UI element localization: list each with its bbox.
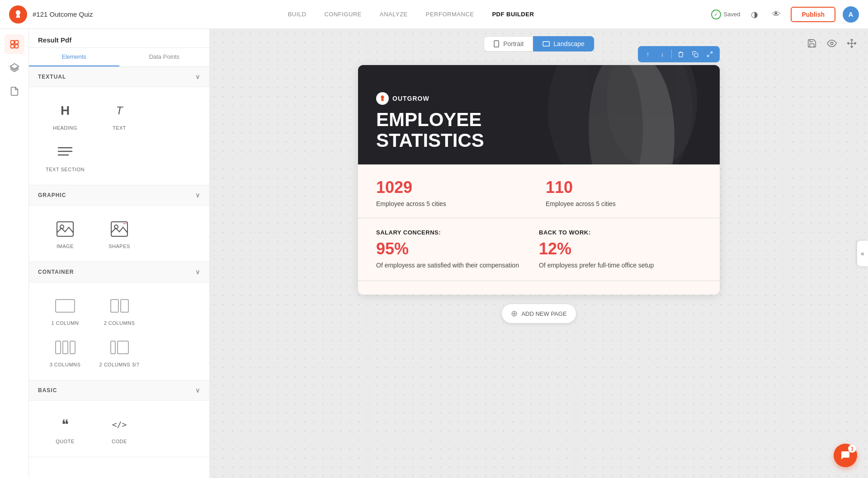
save-icon-btn[interactable] [805, 36, 819, 51]
graphic-chevron-icon: ∨ [195, 192, 200, 199]
code-element[interactable]: </> CODE [92, 408, 146, 450]
section-basic-label: BASIC [38, 387, 57, 394]
move-icon-btn[interactable] [844, 36, 859, 51]
heading-element[interactable]: H HEADING [38, 94, 92, 136]
sidebar-tabs: Elements Data Points [29, 48, 209, 67]
quote-label: QUOTE [56, 439, 75, 444]
text-section-element[interactable]: TEXT SECTION [38, 136, 92, 178]
nav-build[interactable]: BUILD [288, 11, 307, 18]
section-textual[interactable]: TEXTUAL ∨ [29, 67, 209, 87]
graphic-elements: IMAGE SHAPES [29, 206, 209, 262]
stat-col-1: 1029 Employee across 5 cities [376, 178, 546, 218]
element-toolbar: ↑ ↓ [638, 46, 720, 62]
landscape-label: Landscape [553, 40, 585, 47]
text-section-label: TEXT SECTION [46, 167, 85, 172]
svg-rect-1 [14, 41, 18, 44]
tab-data-points[interactable]: Data Points [119, 48, 210, 66]
code-icon: </> [108, 413, 130, 435]
salary-title: SALARY CONCERNS: [376, 229, 539, 236]
nav-configure[interactable]: CONFIGURE [324, 11, 362, 18]
app-title: #121 Outcome Quiz [33, 10, 93, 18]
nav-right: Saved ◑ 👁 Publish A [711, 6, 859, 23]
quote-element[interactable]: ❝ QUOTE [38, 408, 92, 450]
3col-element[interactable]: 3 COLUMNS [38, 331, 92, 373]
basic-chevron-icon: ∨ [195, 387, 200, 394]
svg-point-15 [830, 42, 833, 45]
hero-title-line2: STATISTICS [376, 130, 484, 151]
hero-image: OUTGROW EMPLOYEE STATISTICS [358, 65, 720, 164]
basic-elements: ❝ QUOTE </> CODE [29, 401, 209, 457]
heading-icon: H [54, 100, 76, 122]
sidebar: Result Pdf Elements Data Points TEXTUAL … [29, 29, 210, 478]
canvas-top-right-icons [805, 36, 859, 51]
svg-line-19 [710, 52, 712, 54]
expand-element-btn[interactable] [703, 48, 716, 61]
landscape-btn[interactable]: Landscape [533, 36, 594, 52]
2col-icon [108, 295, 130, 317]
image-icon [54, 218, 76, 240]
duplicate-element-btn[interactable] [689, 48, 702, 61]
quote-icon: ❝ [54, 413, 76, 435]
section-container[interactable]: CONTAINER ∨ [29, 262, 209, 282]
hero-logo: OUTGROW [376, 92, 484, 105]
code-label: CODE [112, 439, 127, 444]
top-stats-row: 1029 Employee across 5 cities 110 Employ… [376, 178, 702, 218]
2col-label: 2 COLUMNS [104, 320, 135, 326]
nav-performance[interactable]: PERFORMANCE [426, 11, 474, 18]
sidebar-header: Result Pdf [29, 29, 209, 48]
right-panel-toggle[interactable]: « [857, 241, 868, 266]
hero-bg-svg [548, 65, 684, 164]
svg-line-20 [708, 55, 709, 56]
portrait-btn[interactable]: Portrait [484, 36, 533, 52]
eye-icon-btn[interactable] [825, 36, 839, 51]
avatar[interactable]: A [843, 6, 859, 23]
app-logo[interactable] [9, 5, 27, 23]
tab-elements[interactable]: Elements [29, 48, 119, 66]
move-down-btn[interactable]: ↓ [656, 48, 669, 61]
section-graphic-label: GRAPHIC [38, 192, 66, 198]
back-to-work-percent: 12% [539, 239, 702, 258]
salary-percent: 95% [376, 239, 539, 258]
chat-badge: 1 [848, 445, 856, 453]
elements-icon-btn[interactable] [5, 34, 24, 54]
svg-rect-18 [694, 53, 698, 57]
svg-rect-3 [14, 45, 18, 48]
pages-icon-btn[interactable] [5, 81, 24, 101]
divider-2 [358, 281, 720, 281]
saved-status: Saved [711, 9, 741, 19]
add-page-label: ADD NEW PAGE [521, 310, 566, 317]
preview-btn[interactable]: 👁 [769, 7, 783, 22]
image-element[interactable]: IMAGE [38, 213, 92, 254]
svg-point-22 [589, 65, 643, 164]
text-label: TEXT [113, 125, 126, 131]
2col37-element[interactable]: 2 COLUMNS 3/7 [92, 331, 146, 373]
nav-pdf-builder[interactable]: PDF BUILDER [492, 11, 534, 18]
add-page-inner-btn[interactable]: ⊕ ADD NEW PAGE [501, 304, 576, 323]
container-chevron-icon: ∨ [195, 268, 200, 276]
shapes-element[interactable]: SHAPES [92, 213, 146, 254]
hero-title: EMPLOYEE STATISTICS [376, 109, 484, 151]
hero-title-line1: EMPLOYEE [376, 109, 484, 130]
left-icon-bar [0, 29, 29, 478]
chat-bubble-btn[interactable]: 1 [834, 444, 857, 467]
1col-element[interactable]: 1 COLUMN [38, 290, 92, 331]
section-graphic[interactable]: GRAPHIC ∨ [29, 185, 209, 206]
1col-label: 1 COLUMN [52, 320, 79, 326]
nav-links: BUILD CONFIGURE ANALYZE PERFORMANCE PDF … [111, 11, 711, 18]
section-basic[interactable]: BASIC ∨ [29, 380, 209, 401]
section-container-label: CONTAINER [38, 269, 74, 275]
nav-analyze[interactable]: ANALYZE [380, 11, 408, 18]
add-page-btn: ⊕ ADD NEW PAGE [358, 304, 720, 323]
layers-icon-btn[interactable] [5, 58, 24, 78]
2col-element[interactable]: 2 COLUMNS [92, 290, 146, 331]
canvas-topbar: Portrait Landscape [484, 36, 594, 52]
publish-button[interactable]: Publish [791, 7, 835, 22]
text-element[interactable]: T TEXT [92, 94, 146, 136]
divider-1 [358, 218, 720, 218]
theme-toggle-btn[interactable]: ◑ [747, 7, 762, 22]
delete-element-btn[interactable] [675, 48, 687, 61]
hero-logo-icon [376, 92, 389, 105]
canvas-area: Portrait Landscape [210, 29, 868, 478]
shapes-label: SHAPES [108, 244, 130, 249]
move-up-btn[interactable]: ↑ [642, 48, 654, 61]
